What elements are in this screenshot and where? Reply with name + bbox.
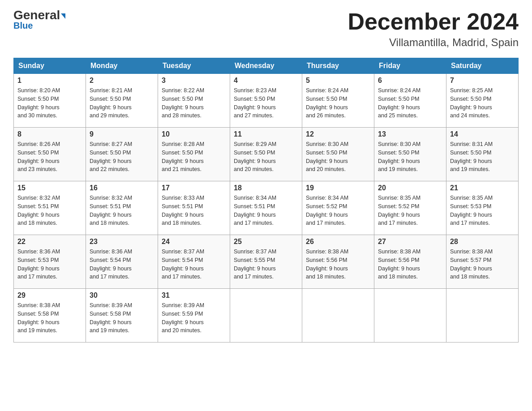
day-number: 8: [17, 130, 82, 138]
calendar-cell: 31Sunrise: 8:39 AMSunset: 5:59 PMDayligh…: [158, 289, 230, 342]
weekday-header-friday: Friday: [374, 58, 446, 74]
day-number: 16: [90, 184, 154, 192]
calendar-cell: 16Sunrise: 8:32 AMSunset: 5:51 PMDayligh…: [86, 181, 158, 235]
day-info: Sunrise: 8:35 AMSunset: 5:53 PMDaylight:…: [450, 194, 515, 227]
day-info: Sunrise: 8:29 AMSunset: 5:50 PMDaylight:…: [234, 140, 298, 174]
day-info: Sunrise: 8:32 AMSunset: 5:51 PMDaylight:…: [17, 194, 82, 227]
calendar-cell: 17Sunrise: 8:33 AMSunset: 5:51 PMDayligh…: [158, 181, 230, 235]
calendar-cell: 18Sunrise: 8:34 AMSunset: 5:51 PMDayligh…: [230, 181, 302, 235]
calendar-cell: 11Sunrise: 8:29 AMSunset: 5:50 PMDayligh…: [230, 128, 302, 181]
calendar-week-row: 29Sunrise: 8:38 AMSunset: 5:58 PMDayligh…: [14, 289, 519, 342]
calendar-cell: 19Sunrise: 8:34 AMSunset: 5:52 PMDayligh…: [302, 181, 374, 235]
day-number: 27: [378, 238, 442, 246]
day-number: 4: [234, 77, 298, 85]
day-info: Sunrise: 8:27 AMSunset: 5:50 PMDaylight:…: [90, 140, 154, 174]
logo-text: General: [13, 9, 65, 21]
day-number: 10: [162, 130, 226, 138]
day-info: Sunrise: 8:30 AMSunset: 5:50 PMDaylight:…: [306, 140, 370, 174]
day-number: 12: [306, 130, 370, 138]
calendar-cell: 26Sunrise: 8:38 AMSunset: 5:56 PMDayligh…: [302, 235, 374, 289]
day-number: 2: [90, 77, 154, 85]
day-info: Sunrise: 8:34 AMSunset: 5:51 PMDaylight:…: [234, 194, 298, 227]
title-block: December 2024 Villamantilla, Madrid, Spa…: [348, 9, 519, 49]
calendar-cell: [302, 289, 374, 342]
calendar-cell: 29Sunrise: 8:38 AMSunset: 5:58 PMDayligh…: [14, 289, 86, 342]
calendar-cell: [374, 289, 446, 342]
calendar-cell: [446, 289, 519, 342]
day-number: 15: [17, 184, 82, 192]
day-info: Sunrise: 8:24 AMSunset: 5:50 PMDaylight:…: [306, 86, 370, 120]
calendar-cell: 5Sunrise: 8:24 AMSunset: 5:50 PMDaylight…: [302, 74, 374, 128]
day-number: 6: [378, 77, 442, 85]
day-number: 22: [17, 238, 82, 246]
day-info: Sunrise: 8:37 AMSunset: 5:55 PMDaylight:…: [234, 248, 298, 281]
day-info: Sunrise: 8:24 AMSunset: 5:50 PMDaylight:…: [378, 86, 442, 120]
calendar-cell: 9Sunrise: 8:27 AMSunset: 5:50 PMDaylight…: [86, 128, 158, 181]
day-info: Sunrise: 8:35 AMSunset: 5:52 PMDaylight:…: [378, 194, 442, 227]
day-number: 14: [450, 130, 515, 138]
day-number: 29: [17, 291, 82, 300]
day-number: 25: [234, 238, 298, 246]
calendar-cell: 30Sunrise: 8:39 AMSunset: 5:58 PMDayligh…: [86, 289, 158, 342]
day-info: Sunrise: 8:21 AMSunset: 5:50 PMDaylight:…: [90, 86, 154, 120]
day-info: Sunrise: 8:36 AMSunset: 5:54 PMDaylight:…: [90, 248, 154, 281]
calendar-cell: 27Sunrise: 8:38 AMSunset: 5:56 PMDayligh…: [374, 235, 446, 289]
calendar-cell: 15Sunrise: 8:32 AMSunset: 5:51 PMDayligh…: [14, 181, 86, 235]
logo-arrow-icon: [61, 13, 65, 19]
logo-blue-text: Blue: [13, 21, 33, 31]
day-info: Sunrise: 8:22 AMSunset: 5:50 PMDaylight:…: [162, 86, 226, 120]
calendar-cell: 20Sunrise: 8:35 AMSunset: 5:52 PMDayligh…: [374, 181, 446, 235]
calendar-cell: 28Sunrise: 8:38 AMSunset: 5:57 PMDayligh…: [446, 235, 519, 289]
day-number: 3: [162, 77, 226, 85]
logo: General Blue: [13, 9, 65, 31]
day-number: 24: [162, 238, 226, 246]
calendar-cell: 23Sunrise: 8:36 AMSunset: 5:54 PMDayligh…: [86, 235, 158, 289]
day-info: Sunrise: 8:30 AMSunset: 5:50 PMDaylight:…: [378, 140, 442, 174]
calendar-cell: 8Sunrise: 8:26 AMSunset: 5:50 PMDaylight…: [14, 128, 86, 181]
calendar-cell: 14Sunrise: 8:31 AMSunset: 5:50 PMDayligh…: [446, 128, 519, 181]
day-number: 1: [17, 77, 82, 85]
weekday-header-thursday: Thursday: [302, 58, 374, 74]
day-number: 18: [234, 184, 298, 192]
weekday-header-saturday: Saturday: [446, 58, 519, 74]
calendar-table: SundayMondayTuesdayWednesdayThursdayFrid…: [13, 58, 519, 342]
day-number: 17: [162, 184, 226, 192]
calendar-cell: 2Sunrise: 8:21 AMSunset: 5:50 PMDaylight…: [86, 74, 158, 128]
day-info: Sunrise: 8:38 AMSunset: 5:57 PMDaylight:…: [450, 248, 515, 281]
day-info: Sunrise: 8:28 AMSunset: 5:50 PMDaylight:…: [162, 140, 226, 174]
calendar-cell: 4Sunrise: 8:23 AMSunset: 5:50 PMDaylight…: [230, 74, 302, 128]
day-info: Sunrise: 8:38 AMSunset: 5:58 PMDaylight:…: [17, 301, 82, 335]
calendar-cell: 7Sunrise: 8:25 AMSunset: 5:50 PMDaylight…: [446, 74, 519, 128]
day-info: Sunrise: 8:36 AMSunset: 5:53 PMDaylight:…: [17, 248, 82, 281]
day-number: 30: [90, 291, 154, 300]
day-info: Sunrise: 8:23 AMSunset: 5:50 PMDaylight:…: [234, 86, 298, 120]
day-info: Sunrise: 8:31 AMSunset: 5:50 PMDaylight:…: [450, 140, 515, 174]
day-number: 19: [306, 184, 370, 192]
calendar-cell: 3Sunrise: 8:22 AMSunset: 5:50 PMDaylight…: [158, 74, 230, 128]
day-number: 13: [378, 130, 442, 138]
calendar-week-row: 22Sunrise: 8:36 AMSunset: 5:53 PMDayligh…: [14, 235, 519, 289]
day-number: 26: [306, 238, 370, 246]
weekday-header-tuesday: Tuesday: [158, 58, 230, 74]
calendar-cell: 1Sunrise: 8:20 AMSunset: 5:50 PMDaylight…: [14, 74, 86, 128]
day-number: 5: [306, 77, 370, 85]
day-number: 28: [450, 238, 515, 246]
month-title: December 2024: [348, 9, 519, 34]
day-info: Sunrise: 8:20 AMSunset: 5:50 PMDaylight:…: [17, 86, 82, 120]
day-number: 7: [450, 77, 515, 85]
day-number: 20: [378, 184, 442, 192]
day-info: Sunrise: 8:39 AMSunset: 5:58 PMDaylight:…: [90, 301, 154, 335]
calendar-cell: 13Sunrise: 8:30 AMSunset: 5:50 PMDayligh…: [374, 128, 446, 181]
day-number: 23: [90, 238, 154, 246]
calendar-cell: 25Sunrise: 8:37 AMSunset: 5:55 PMDayligh…: [230, 235, 302, 289]
calendar-week-row: 15Sunrise: 8:32 AMSunset: 5:51 PMDayligh…: [14, 181, 519, 235]
day-number: 31: [162, 291, 226, 300]
calendar-week-row: 1Sunrise: 8:20 AMSunset: 5:50 PMDaylight…: [14, 74, 519, 128]
page-header: General Blue December 2024 Villamantilla…: [13, 9, 519, 49]
day-info: Sunrise: 8:38 AMSunset: 5:56 PMDaylight:…: [306, 248, 370, 281]
day-info: Sunrise: 8:33 AMSunset: 5:51 PMDaylight:…: [162, 194, 226, 227]
day-number: 9: [90, 130, 154, 138]
calendar-cell: 6Sunrise: 8:24 AMSunset: 5:50 PMDaylight…: [374, 74, 446, 128]
day-number: 11: [234, 130, 298, 138]
weekday-header-sunday: Sunday: [14, 58, 86, 74]
